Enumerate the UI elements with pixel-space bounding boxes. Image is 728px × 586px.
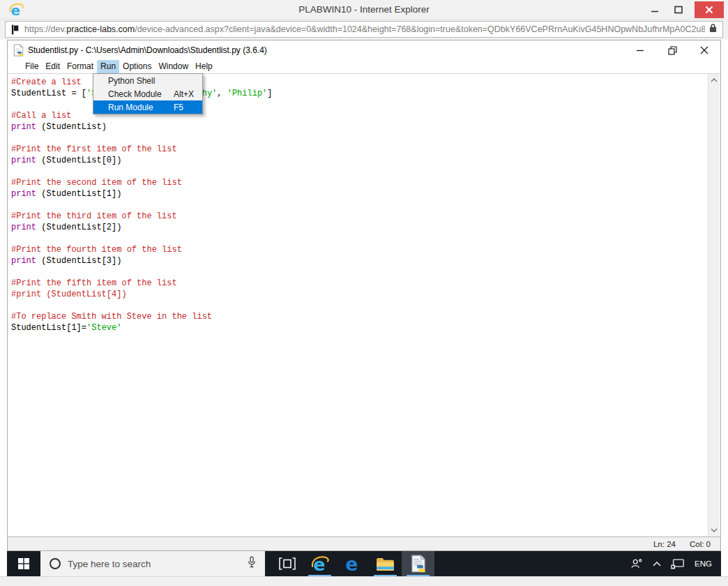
status-col: Col: 0 [690, 540, 711, 548]
code-line: print (StudentList[2]) [11, 222, 706, 233]
status-line: Ln: 24 [653, 540, 676, 548]
code-line: #Print the third item of the list [11, 211, 706, 222]
code-line: print (StudentList[3]) [11, 255, 706, 266]
code-area[interactable]: #Create a listStudentList = ['Smith', 'J… [8, 73, 720, 536]
idle-window-title: Studentlist.py - C:\Users\Admin\Download… [28, 45, 267, 55]
cortana-icon [50, 558, 61, 569]
code-line: #To replace Smith with Steve in the list [11, 311, 706, 322]
menu-format[interactable]: Format [63, 60, 97, 73]
site-icon [11, 24, 19, 35]
run-menu-dropdown: Python ShellCheck ModuleAlt+XRun ModuleF… [93, 73, 203, 114]
url-input[interactable]: https://dev.practice-labs.com/device-adv… [5, 21, 723, 38]
run-menu-item-check-module[interactable]: Check ModuleAlt+X [93, 87, 202, 100]
menu-item-accelerator: F5 [174, 103, 183, 112]
vertical-scrollbar[interactable] [708, 74, 720, 536]
code-line: #Print the first item of the list [11, 144, 706, 155]
menu-item-label: Python Shell [108, 76, 174, 86]
remote-desktop: Studentlist.py - C:\Users\Admin\Download… [7, 40, 721, 576]
taskbar: Type here to search e [7, 551, 721, 576]
code-line: print (StudentList[0]) [11, 155, 706, 166]
code-line [11, 133, 706, 144]
taskbar-python-idle[interactable] [402, 551, 434, 576]
menu-file[interactable]: File [22, 60, 42, 73]
scroll-down-button[interactable] [708, 525, 720, 536]
code-line: #Print the fifth item of the list [11, 278, 706, 289]
menu-edit[interactable]: Edit [42, 60, 63, 73]
taskbar-internet-explorer[interactable]: e [303, 551, 336, 576]
task-view-button[interactable] [271, 551, 303, 576]
url-path: /device-advanced.aspx?client=java&device… [135, 24, 705, 34]
idle-close-button[interactable] [688, 40, 720, 60]
microphone-icon[interactable] [247, 556, 257, 571]
code-line: #print (StudentList[4]) [11, 289, 706, 300]
run-menu-item-run-module[interactable]: Run ModuleF5 [93, 100, 202, 114]
url-text: https://dev.practice-labs.com/device-adv… [24, 24, 705, 34]
code-line [11, 233, 706, 244]
code-line: #Print the second item of the list [11, 177, 706, 188]
ie-bottom-frame [0, 576, 728, 586]
url-domain: practice-labs.com [66, 24, 135, 34]
scroll-up-button[interactable] [708, 75, 720, 86]
search-input[interactable]: Type here to search [40, 551, 265, 576]
svg-text:e: e [345, 555, 358, 573]
menu-window[interactable]: Window [155, 60, 192, 73]
language-indicator[interactable]: ENG [690, 551, 717, 576]
idle-restore-button[interactable] [656, 40, 688, 60]
network-icon[interactable] [666, 551, 690, 576]
windows-logo-icon [18, 558, 29, 569]
chevron-up-icon[interactable] [648, 551, 666, 576]
code-line [11, 166, 706, 177]
code-line: StudentList[1]='Steve' [11, 322, 706, 333]
taskbar-file-explorer[interactable] [369, 551, 402, 576]
code-line: print (StudentList) [11, 121, 706, 133]
start-button[interactable] [7, 551, 40, 576]
run-menu-item-python-shell[interactable]: Python Shell [93, 74, 202, 87]
ie-titlebar: e PLABWIN10 - Internet Explorer [0, 0, 728, 20]
window-title: PLABWIN10 - Internet Explorer [0, 0, 728, 20]
idle-menubar: FileEditFormatRunOptionsWindowHelp [8, 60, 720, 73]
url-scheme: https://dev. [24, 24, 66, 34]
idle-minimize-button[interactable] [624, 40, 656, 60]
menu-help[interactable]: Help [192, 60, 216, 73]
menu-run[interactable]: Run [97, 60, 119, 73]
close-button[interactable] [695, 1, 724, 18]
search-placeholder: Type here to search [68, 559, 247, 569]
code-line [11, 200, 706, 211]
menu-item-label: Run Module [108, 103, 174, 112]
menu-item-accelerator: Alt+X [174, 89, 194, 99]
code-line: #Print the fourth item of the list [11, 244, 706, 255]
idle-statusbar: Ln: 24 Col: 0 [8, 536, 720, 550]
code-line [11, 333, 706, 345]
code-line [11, 266, 706, 278]
menu-options[interactable]: Options [119, 60, 155, 73]
people-icon[interactable] [625, 551, 648, 576]
maximize-button[interactable] [667, 1, 690, 19]
menu-item-label: Check Module [108, 89, 174, 99]
python-file-icon [13, 44, 24, 57]
code-line: print (StudentList[1]) [11, 188, 706, 200]
address-bar: https://dev.practice-labs.com/device-adv… [0, 20, 728, 40]
minimize-button[interactable] [643, 1, 667, 19]
lock-icon [709, 23, 717, 36]
idle-titlebar: Studentlist.py - C:\Users\Admin\Download… [8, 40, 720, 60]
taskbar-edge[interactable]: e [336, 551, 369, 576]
idle-window: Studentlist.py - C:\Users\Admin\Download… [7, 40, 721, 551]
code-line [11, 300, 706, 311]
